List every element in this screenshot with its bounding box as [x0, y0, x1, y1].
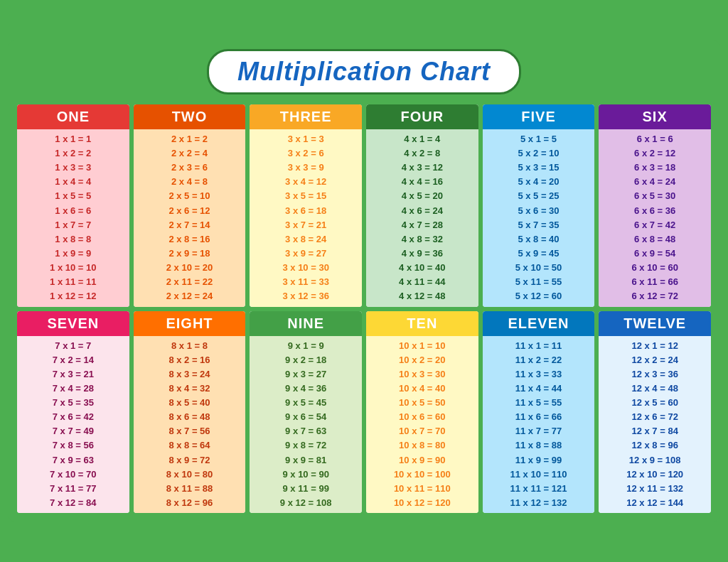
table-row: 3 x 3 = 9 [254, 161, 358, 175]
table-row: 1 x 2 = 2 [21, 146, 125, 161]
table-row: 6 x 8 = 48 [603, 232, 707, 247]
body-two: 2 x 1 = 22 x 2 = 42 x 3 = 62 x 4 = 82 x … [134, 129, 246, 307]
table-row: 9 x 9 = 81 [254, 453, 358, 468]
table-row: 8 x 7 = 56 [138, 424, 242, 438]
table-row: 5 x 5 = 25 [487, 189, 591, 203]
table-row: 4 x 2 = 8 [370, 146, 474, 161]
col-five: FIVE5 x 1 = 55 x 2 = 105 x 3 = 155 x 4 =… [483, 104, 595, 307]
table-row: 8 x 11 = 88 [138, 482, 242, 496]
table-row: 1 x 7 = 7 [21, 218, 125, 232]
table-row: 2 x 10 = 20 [138, 261, 242, 275]
table-row: 4 x 5 = 20 [370, 189, 474, 203]
body-nine: 9 x 1 = 99 x 2 = 189 x 3 = 279 x 4 = 369… [250, 336, 362, 514]
table-row: 5 x 7 = 35 [487, 218, 591, 232]
body-three: 3 x 1 = 33 x 2 = 63 x 3 = 93 x 4 = 123 x… [250, 129, 362, 307]
table-row: 8 x 8 = 64 [138, 438, 242, 453]
table-row: 2 x 6 = 12 [138, 204, 242, 218]
table-row: 1 x 1 = 1 [21, 132, 125, 146]
header-seven: SEVEN [17, 311, 129, 336]
table-row: 8 x 12 = 96 [138, 496, 242, 510]
table-row: 4 x 7 = 28 [370, 218, 474, 232]
table-row: 6 x 12 = 72 [603, 289, 707, 303]
header-nine: NINE [250, 311, 362, 336]
table-row: 8 x 5 = 40 [138, 396, 242, 410]
table-row: 4 x 4 = 16 [370, 175, 474, 189]
table-row: 12 x 2 = 24 [603, 353, 707, 367]
chart-grid: ONE1 x 1 = 11 x 2 = 21 x 3 = 31 x 4 = 41… [17, 104, 711, 513]
table-row: 10 x 5 = 50 [370, 396, 474, 410]
header-six: SIX [599, 104, 711, 129]
table-row: 8 x 10 = 80 [138, 468, 242, 482]
table-row: 12 x 6 = 72 [603, 410, 707, 424]
table-row: 4 x 8 = 32 [370, 232, 474, 247]
table-row: 10 x 4 = 40 [370, 382, 474, 396]
table-row: 12 x 4 = 48 [603, 382, 707, 396]
table-row: 3 x 8 = 24 [254, 232, 358, 247]
header-eleven: ELEVEN [483, 311, 595, 336]
col-seven: SEVEN7 x 1 = 77 x 2 = 147 x 3 = 217 x 4 … [17, 311, 129, 514]
table-row: 1 x 12 = 12 [21, 289, 125, 303]
table-row: 11 x 11 = 121 [487, 482, 591, 496]
table-row: 6 x 5 = 30 [603, 189, 707, 203]
table-row: 5 x 1 = 5 [487, 132, 591, 146]
table-row: 10 x 12 = 120 [370, 496, 474, 510]
table-row: 9 x 6 = 54 [254, 410, 358, 424]
table-row: 7 x 7 = 49 [21, 424, 125, 438]
col-ten: TEN10 x 1 = 1010 x 2 = 2010 x 3 = 3010 x… [366, 311, 478, 514]
table-row: 9 x 8 = 72 [254, 438, 358, 453]
table-row: 12 x 7 = 84 [603, 424, 707, 438]
table-row: 9 x 4 = 36 [254, 382, 358, 396]
table-row: 2 x 9 = 18 [138, 247, 242, 261]
table-row: 7 x 4 = 28 [21, 382, 125, 396]
table-row: 11 x 9 = 99 [487, 453, 591, 468]
table-row: 10 x 3 = 30 [370, 367, 474, 382]
table-row: 9 x 12 = 108 [254, 496, 358, 510]
table-row: 10 x 7 = 70 [370, 424, 474, 438]
table-row: 2 x 8 = 16 [138, 232, 242, 247]
table-row: 12 x 10 = 120 [603, 468, 707, 482]
body-four: 4 x 1 = 44 x 2 = 84 x 3 = 124 x 4 = 164 … [366, 129, 478, 307]
table-row: 9 x 5 = 45 [254, 396, 358, 410]
body-eleven: 11 x 1 = 1111 x 2 = 2211 x 3 = 3311 x 4 … [483, 336, 595, 514]
table-row: 11 x 8 = 88 [487, 438, 591, 453]
col-eleven: ELEVEN11 x 1 = 1111 x 2 = 2211 x 3 = 331… [483, 311, 595, 514]
table-row: 10 x 2 = 20 [370, 353, 474, 367]
table-row: 8 x 2 = 16 [138, 353, 242, 367]
table-row: 9 x 2 = 18 [254, 353, 358, 367]
body-six: 6 x 1 = 66 x 2 = 126 x 3 = 186 x 4 = 246… [599, 129, 711, 307]
table-row: 3 x 11 = 33 [254, 275, 358, 289]
table-row: 5 x 4 = 20 [487, 175, 591, 189]
table-row: 6 x 3 = 18 [603, 161, 707, 175]
header-ten: TEN [366, 311, 478, 336]
table-row: 7 x 2 = 14 [21, 353, 125, 367]
table-row: 2 x 12 = 24 [138, 289, 242, 303]
table-row: 2 x 7 = 14 [138, 218, 242, 232]
table-row: 1 x 8 = 8 [21, 232, 125, 247]
body-seven: 7 x 1 = 77 x 2 = 147 x 3 = 217 x 4 = 287… [17, 336, 129, 514]
col-one: ONE1 x 1 = 11 x 2 = 21 x 3 = 31 x 4 = 41… [17, 104, 129, 307]
header-two: TWO [134, 104, 246, 129]
table-row: 11 x 5 = 55 [487, 396, 591, 410]
table-row: 5 x 11 = 55 [487, 275, 591, 289]
table-row: 10 x 9 = 90 [370, 453, 474, 468]
table-row: 11 x 2 = 22 [487, 353, 591, 367]
table-row: 4 x 9 = 36 [370, 247, 474, 261]
col-twelve: TWELVE12 x 1 = 1212 x 2 = 2412 x 3 = 361… [599, 311, 711, 514]
table-row: 12 x 8 = 96 [603, 438, 707, 453]
table-row: 6 x 10 = 60 [603, 261, 707, 275]
title-wrapper: Multiplication Chart [17, 49, 711, 94]
table-row: 11 x 12 = 132 [487, 496, 591, 510]
table-row: 5 x 6 = 30 [487, 204, 591, 218]
table-row: 3 x 7 = 21 [254, 218, 358, 232]
table-row: 7 x 11 = 77 [21, 482, 125, 496]
table-row: 1 x 4 = 4 [21, 175, 125, 189]
table-row: 11 x 4 = 44 [487, 382, 591, 396]
table-row: 4 x 10 = 40 [370, 261, 474, 275]
table-row: 12 x 11 = 132 [603, 482, 707, 496]
table-row: 1 x 5 = 5 [21, 189, 125, 203]
table-row: 10 x 1 = 10 [370, 339, 474, 353]
table-row: 7 x 5 = 35 [21, 396, 125, 410]
table-row: 1 x 6 = 6 [21, 204, 125, 218]
table-row: 4 x 1 = 4 [370, 132, 474, 146]
table-row: 7 x 3 = 21 [21, 367, 125, 382]
